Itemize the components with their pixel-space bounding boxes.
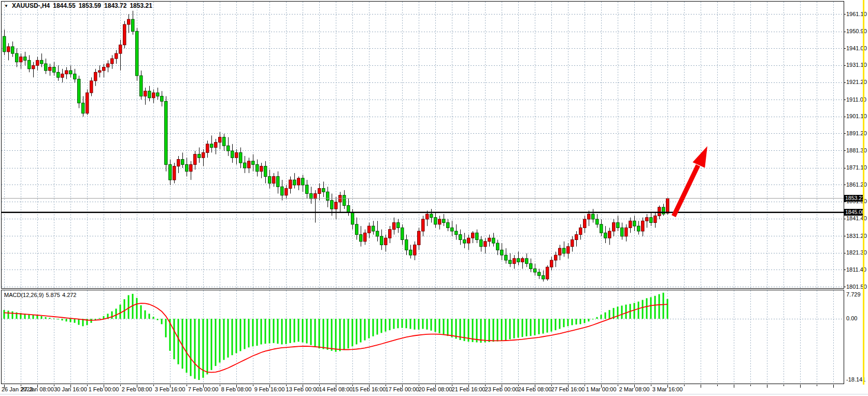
axis-splitter-strip[interactable] bbox=[863, 0, 864, 385]
ohlc-open: 1844.55 bbox=[53, 2, 75, 9]
current-price-badge: 1853.21 bbox=[844, 195, 864, 202]
axis-ticks bbox=[5, 15, 846, 388]
time-axis-label: 27 Feb 16:00 bbox=[551, 386, 585, 393]
ohlc-high: 1853.59 bbox=[79, 2, 101, 9]
time-axis-label: 30 Jan 16:00 bbox=[54, 386, 87, 393]
time-axis-label: 2 Feb 08:00 bbox=[122, 386, 152, 393]
chart-title: ▼XAUUSD-,H41844.551853.591843.721853.21 bbox=[4, 2, 152, 9]
time-axis-label: 7 Feb 00:00 bbox=[188, 386, 219, 393]
time-axis-label: 3 Mar 16:00 bbox=[652, 386, 683, 393]
symbol-dropdown-icon[interactable]: ▼ bbox=[4, 4, 8, 8]
time-axis-label: 24 Feb 08:00 bbox=[518, 386, 552, 393]
macd-axis-zero: 0.00 bbox=[846, 315, 857, 322]
time-axis-label: 9 Feb 16:00 bbox=[254, 386, 285, 393]
ohlc-close: 1853.21 bbox=[130, 2, 152, 9]
time-axis-label: 1 Feb 00:00 bbox=[89, 386, 119, 393]
time-axis-label: 14 Feb 08:00 bbox=[319, 386, 353, 393]
time-axis-label: 23 Feb 00:00 bbox=[485, 386, 519, 393]
indicator-name: MACD(12,26,9) bbox=[4, 292, 44, 298]
time-axis-label: 20 Feb 08:00 bbox=[419, 386, 452, 393]
mt4-chart-window: ▼XAUUSD-,H41844.551853.591843.721853.21 … bbox=[0, 0, 868, 396]
time-axis-label: 8 Feb 08:00 bbox=[221, 386, 252, 393]
window-bottom-edge bbox=[0, 394, 868, 394]
time-axis-label: 3 Feb 16:00 bbox=[155, 386, 186, 393]
trend-arrow[interactable] bbox=[674, 146, 707, 216]
price-lines bbox=[2, 199, 844, 213]
time-axis-label: 21 Feb 16:00 bbox=[452, 386, 486, 393]
indicator-main-value: 5.875 bbox=[46, 292, 60, 298]
symbol-period-label: XAUUSD-,H4 bbox=[12, 2, 50, 9]
time-axis-label: 1 Mar 00:00 bbox=[586, 386, 617, 393]
macd-histogram bbox=[4, 293, 668, 380]
hline-price-badge: 1845.00 bbox=[844, 209, 864, 216]
time-axis-label: 27 Jan 08:00 bbox=[21, 386, 54, 393]
time-axis-label: 2 Mar 08:00 bbox=[619, 386, 650, 393]
time-axis-label: 15 Feb 16:00 bbox=[352, 386, 386, 393]
chart-canvas bbox=[0, 0, 868, 396]
indicator-signal-value: 4.272 bbox=[62, 292, 77, 298]
indicator-label: MACD(12,26,9)5.8754.272 bbox=[4, 292, 78, 298]
time-axis-label: 13 Feb 00:00 bbox=[286, 386, 320, 393]
ohlc-low: 1843.72 bbox=[104, 2, 126, 9]
macd-axis-max: 7.729 bbox=[846, 291, 861, 298]
time-axis-label: 17 Feb 00:00 bbox=[386, 386, 419, 393]
